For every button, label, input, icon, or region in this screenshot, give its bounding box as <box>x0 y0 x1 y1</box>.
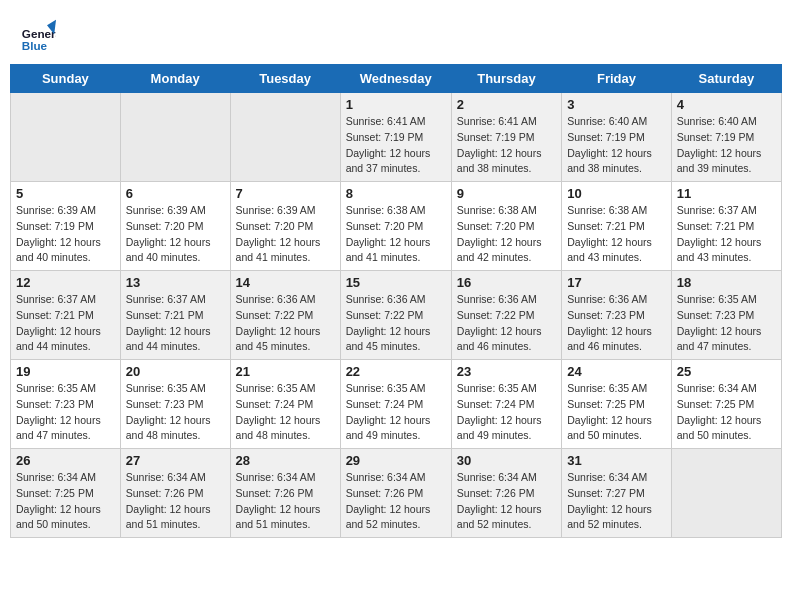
day-number: 24 <box>567 364 666 379</box>
day-number: 8 <box>346 186 446 201</box>
column-header-thursday: Thursday <box>451 65 561 93</box>
day-number: 27 <box>126 453 225 468</box>
day-info: Sunrise: 6:36 AMSunset: 7:22 PMDaylight:… <box>236 292 335 355</box>
page-header: General Blue <box>10 10 782 58</box>
calendar-week-row: 1Sunrise: 6:41 AMSunset: 7:19 PMDaylight… <box>11 93 782 182</box>
day-number: 19 <box>16 364 115 379</box>
day-info: Sunrise: 6:35 AMSunset: 7:24 PMDaylight:… <box>457 381 556 444</box>
day-number: 31 <box>567 453 666 468</box>
calendar-week-row: 19Sunrise: 6:35 AMSunset: 7:23 PMDayligh… <box>11 360 782 449</box>
logo-icon: General Blue <box>20 18 56 54</box>
day-number: 25 <box>677 364 776 379</box>
day-info: Sunrise: 6:35 AMSunset: 7:24 PMDaylight:… <box>346 381 446 444</box>
day-number: 29 <box>346 453 446 468</box>
day-info: Sunrise: 6:38 AMSunset: 7:21 PMDaylight:… <box>567 203 666 266</box>
calendar-cell: 11Sunrise: 6:37 AMSunset: 7:21 PMDayligh… <box>671 182 781 271</box>
day-number: 6 <box>126 186 225 201</box>
day-number: 17 <box>567 275 666 290</box>
day-number: 11 <box>677 186 776 201</box>
day-number: 9 <box>457 186 556 201</box>
calendar-cell: 26Sunrise: 6:34 AMSunset: 7:25 PMDayligh… <box>11 449 121 538</box>
calendar-cell: 2Sunrise: 6:41 AMSunset: 7:19 PMDaylight… <box>451 93 561 182</box>
day-info: Sunrise: 6:37 AMSunset: 7:21 PMDaylight:… <box>16 292 115 355</box>
calendar-cell: 15Sunrise: 6:36 AMSunset: 7:22 PMDayligh… <box>340 271 451 360</box>
calendar-week-row: 26Sunrise: 6:34 AMSunset: 7:25 PMDayligh… <box>11 449 782 538</box>
calendar-cell: 24Sunrise: 6:35 AMSunset: 7:25 PMDayligh… <box>562 360 672 449</box>
day-number: 26 <box>16 453 115 468</box>
day-info: Sunrise: 6:36 AMSunset: 7:22 PMDaylight:… <box>457 292 556 355</box>
day-number: 1 <box>346 97 446 112</box>
day-number: 21 <box>236 364 335 379</box>
calendar-cell: 23Sunrise: 6:35 AMSunset: 7:24 PMDayligh… <box>451 360 561 449</box>
calendar-cell: 5Sunrise: 6:39 AMSunset: 7:19 PMDaylight… <box>11 182 121 271</box>
calendar-cell: 25Sunrise: 6:34 AMSunset: 7:25 PMDayligh… <box>671 360 781 449</box>
calendar-cell: 9Sunrise: 6:38 AMSunset: 7:20 PMDaylight… <box>451 182 561 271</box>
day-info: Sunrise: 6:39 AMSunset: 7:19 PMDaylight:… <box>16 203 115 266</box>
calendar-cell: 1Sunrise: 6:41 AMSunset: 7:19 PMDaylight… <box>340 93 451 182</box>
calendar-cell: 30Sunrise: 6:34 AMSunset: 7:26 PMDayligh… <box>451 449 561 538</box>
calendar-cell: 18Sunrise: 6:35 AMSunset: 7:23 PMDayligh… <box>671 271 781 360</box>
day-info: Sunrise: 6:34 AMSunset: 7:26 PMDaylight:… <box>346 470 446 533</box>
day-info: Sunrise: 6:35 AMSunset: 7:23 PMDaylight:… <box>677 292 776 355</box>
day-number: 14 <box>236 275 335 290</box>
day-number: 12 <box>16 275 115 290</box>
day-info: Sunrise: 6:34 AMSunset: 7:26 PMDaylight:… <box>457 470 556 533</box>
calendar-cell <box>671 449 781 538</box>
calendar-cell: 7Sunrise: 6:39 AMSunset: 7:20 PMDaylight… <box>230 182 340 271</box>
day-info: Sunrise: 6:36 AMSunset: 7:23 PMDaylight:… <box>567 292 666 355</box>
day-info: Sunrise: 6:36 AMSunset: 7:22 PMDaylight:… <box>346 292 446 355</box>
day-info: Sunrise: 6:35 AMSunset: 7:23 PMDaylight:… <box>16 381 115 444</box>
day-number: 2 <box>457 97 556 112</box>
column-header-wednesday: Wednesday <box>340 65 451 93</box>
day-info: Sunrise: 6:37 AMSunset: 7:21 PMDaylight:… <box>677 203 776 266</box>
calendar-cell: 14Sunrise: 6:36 AMSunset: 7:22 PMDayligh… <box>230 271 340 360</box>
calendar-cell: 6Sunrise: 6:39 AMSunset: 7:20 PMDaylight… <box>120 182 230 271</box>
calendar-cell: 8Sunrise: 6:38 AMSunset: 7:20 PMDaylight… <box>340 182 451 271</box>
calendar-cell: 21Sunrise: 6:35 AMSunset: 7:24 PMDayligh… <box>230 360 340 449</box>
day-number: 28 <box>236 453 335 468</box>
day-number: 22 <box>346 364 446 379</box>
calendar-cell: 17Sunrise: 6:36 AMSunset: 7:23 PMDayligh… <box>562 271 672 360</box>
calendar-cell: 22Sunrise: 6:35 AMSunset: 7:24 PMDayligh… <box>340 360 451 449</box>
calendar-cell: 31Sunrise: 6:34 AMSunset: 7:27 PMDayligh… <box>562 449 672 538</box>
day-number: 20 <box>126 364 225 379</box>
day-number: 3 <box>567 97 666 112</box>
day-info: Sunrise: 6:34 AMSunset: 7:26 PMDaylight:… <box>236 470 335 533</box>
day-number: 4 <box>677 97 776 112</box>
day-info: Sunrise: 6:34 AMSunset: 7:26 PMDaylight:… <box>126 470 225 533</box>
day-info: Sunrise: 6:41 AMSunset: 7:19 PMDaylight:… <box>346 114 446 177</box>
day-info: Sunrise: 6:40 AMSunset: 7:19 PMDaylight:… <box>567 114 666 177</box>
day-info: Sunrise: 6:41 AMSunset: 7:19 PMDaylight:… <box>457 114 556 177</box>
calendar-cell <box>230 93 340 182</box>
calendar-week-row: 12Sunrise: 6:37 AMSunset: 7:21 PMDayligh… <box>11 271 782 360</box>
day-info: Sunrise: 6:35 AMSunset: 7:25 PMDaylight:… <box>567 381 666 444</box>
day-info: Sunrise: 6:39 AMSunset: 7:20 PMDaylight:… <box>236 203 335 266</box>
day-number: 30 <box>457 453 556 468</box>
calendar-cell: 29Sunrise: 6:34 AMSunset: 7:26 PMDayligh… <box>340 449 451 538</box>
day-info: Sunrise: 6:35 AMSunset: 7:23 PMDaylight:… <box>126 381 225 444</box>
day-number: 15 <box>346 275 446 290</box>
calendar-cell: 16Sunrise: 6:36 AMSunset: 7:22 PMDayligh… <box>451 271 561 360</box>
column-header-sunday: Sunday <box>11 65 121 93</box>
calendar-cell: 19Sunrise: 6:35 AMSunset: 7:23 PMDayligh… <box>11 360 121 449</box>
calendar-cell: 3Sunrise: 6:40 AMSunset: 7:19 PMDaylight… <box>562 93 672 182</box>
day-number: 23 <box>457 364 556 379</box>
calendar-cell: 13Sunrise: 6:37 AMSunset: 7:21 PMDayligh… <box>120 271 230 360</box>
day-info: Sunrise: 6:35 AMSunset: 7:24 PMDaylight:… <box>236 381 335 444</box>
day-number: 10 <box>567 186 666 201</box>
calendar-cell <box>11 93 121 182</box>
day-info: Sunrise: 6:34 AMSunset: 7:27 PMDaylight:… <box>567 470 666 533</box>
day-info: Sunrise: 6:37 AMSunset: 7:21 PMDaylight:… <box>126 292 225 355</box>
column-header-tuesday: Tuesday <box>230 65 340 93</box>
calendar-table: SundayMondayTuesdayWednesdayThursdayFrid… <box>10 64 782 538</box>
svg-text:Blue: Blue <box>22 39 48 52</box>
day-info: Sunrise: 6:34 AMSunset: 7:25 PMDaylight:… <box>16 470 115 533</box>
day-info: Sunrise: 6:38 AMSunset: 7:20 PMDaylight:… <box>346 203 446 266</box>
calendar-cell: 10Sunrise: 6:38 AMSunset: 7:21 PMDayligh… <box>562 182 672 271</box>
calendar-header-row: SundayMondayTuesdayWednesdayThursdayFrid… <box>11 65 782 93</box>
column-header-saturday: Saturday <box>671 65 781 93</box>
day-number: 18 <box>677 275 776 290</box>
column-header-monday: Monday <box>120 65 230 93</box>
calendar-cell <box>120 93 230 182</box>
calendar-cell: 27Sunrise: 6:34 AMSunset: 7:26 PMDayligh… <box>120 449 230 538</box>
